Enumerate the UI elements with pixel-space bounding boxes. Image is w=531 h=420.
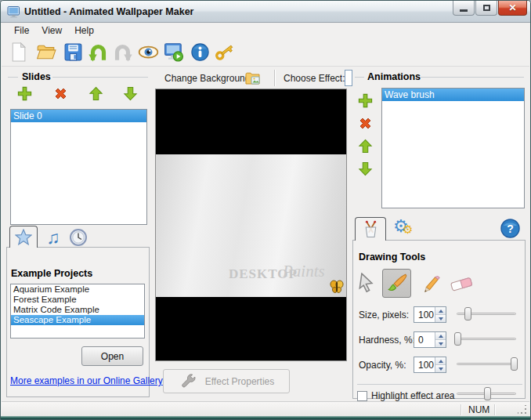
animations-group-title: Animations [367,71,421,82]
size-value: 100 [418,310,434,320]
tab-music[interactable]: ♫ [42,227,64,248]
slider-thumb[interactable] [484,387,491,400]
slider-track [457,338,516,340]
title-bar[interactable]: Untitled - Animated Wallpaper Maker ✕ [1,1,530,23]
new-document-button[interactable] [7,40,29,63]
minimize-button[interactable] [453,1,475,16]
move-animation-down-button[interactable] [356,160,374,177]
toolbar-separator [274,70,275,86]
minimize-icon [460,9,468,12]
drawing-tools-title: Drawing Tools [359,252,425,262]
about-button[interactable] [189,40,211,63]
brush-tool-button-selected[interactable] [382,269,411,298]
move-animation-up-button[interactable] [356,137,374,154]
change-background-label[interactable]: Change Background [164,73,250,84]
list-item[interactable]: Aquarium Example [11,284,144,295]
hardness-spin-buttons[interactable] [435,332,446,347]
arrow-down-icon [358,161,373,176]
delete-animation-button[interactable] [356,114,374,132]
tab-effect-settings[interactable]: ⚙ ⚙ [391,219,417,241]
delete-slide-button[interactable] [52,85,69,102]
plus-icon [17,86,32,101]
arrow-up-icon [88,86,103,101]
open-example-button[interactable]: Open [81,346,143,366]
list-item-selected[interactable]: Seascape Example [11,315,144,325]
undo-icon [88,42,109,63]
slider-thumb[interactable] [511,357,518,371]
online-gallery-link[interactable]: More examples in our Online Gallery [10,375,163,386]
window-title: Untitled - Animated Wallpaper Maker [24,6,193,17]
pencil-icon [420,273,441,295]
example-projects-list[interactable]: Aquarium Example Forest Example Matrix C… [10,284,145,339]
opacity-spin-buttons[interactable] [435,357,446,372]
highlight-slider[interactable] [457,387,516,401]
new-document-icon [9,42,28,63]
list-item[interactable]: Forest Example [11,295,144,305]
save-project-button[interactable] [62,40,84,63]
undo-button[interactable] [87,40,109,63]
slides-group-line [8,77,18,78]
music-note-icon: ♫ [46,229,60,247]
apply-to-desktop-button[interactable] [163,40,185,63]
arrow-down-icon [123,86,138,101]
slides-group-title: Slides [22,71,51,82]
plus-icon [358,93,373,108]
tab-timing[interactable] [67,227,89,248]
tab-example-projects[interactable] [9,226,38,248]
slides-list[interactable]: Slide 0 [10,109,147,225]
highlight-effect-area-checkbox[interactable] [357,391,367,401]
spin-down-icon [439,317,443,320]
move-slide-down-button[interactable] [121,85,139,102]
cursor-icon [358,273,377,293]
preview-button[interactable] [137,40,159,63]
slider-track [457,363,516,365]
spin-down-icon [439,342,443,346]
hardness-slider[interactable] [457,332,516,346]
slider-thumb[interactable] [464,307,471,320]
effect-properties-button[interactable]: Effect Properties [163,369,290,393]
open-project-button[interactable] [35,40,57,63]
menu-file[interactable]: File [8,24,35,37]
choose-effect-combobox[interactable] [345,70,352,86]
wallpaper-preview[interactable]: DESKTOP Paints [155,89,347,361]
maximize-button[interactable] [475,1,497,16]
help-icon: ? [500,219,520,238]
status-separator [494,404,495,415]
select-tool-button[interactable] [356,270,379,296]
help-button[interactable]: ? [500,219,520,238]
size-spinner[interactable]: 100 [414,306,446,323]
animations-list[interactable]: Wave brush [381,88,525,208]
menu-help[interactable]: Help [68,24,100,37]
opacity-slider[interactable] [457,357,516,371]
slide-list-item[interactable]: Slide 0 [11,110,146,122]
list-item[interactable]: Matrix Code Example [11,305,144,315]
status-bar: NUM [2,401,529,417]
app-window: Untitled - Animated Wallpaper Maker ✕ Fi… [0,0,531,420]
info-icon [190,42,210,62]
close-button[interactable]: ✕ [498,1,527,16]
brush-cup-icon [361,219,381,239]
menu-view[interactable]: View [35,24,68,37]
slider-thumb[interactable] [454,332,461,346]
size-spin-buttons[interactable] [435,307,446,322]
change-background-button[interactable] [245,71,261,88]
move-slide-up-button[interactable] [87,85,104,102]
redo-button[interactable] [111,40,133,63]
preview-image: DESKTOP Paints [156,154,346,297]
hardness-spinner[interactable]: 0 [414,331,446,348]
key-icon [214,42,235,63]
animation-list-item[interactable]: Wave brush [382,89,524,101]
save-icon [63,42,83,62]
add-slide-button[interactable] [16,85,33,102]
status-separator [461,404,461,415]
eraser-tool-button[interactable] [448,273,475,295]
opacity-spinner[interactable]: 100 [414,357,446,373]
registration-key-button[interactable] [213,40,235,63]
open-folder-icon [36,42,56,62]
clock-icon [69,228,88,247]
tab-drawing-tools[interactable] [355,217,386,241]
size-slider[interactable] [457,307,516,321]
resize-grip[interactable] [518,405,527,415]
pencil-tool-button[interactable] [418,271,442,296]
add-animation-button[interactable] [356,92,374,109]
